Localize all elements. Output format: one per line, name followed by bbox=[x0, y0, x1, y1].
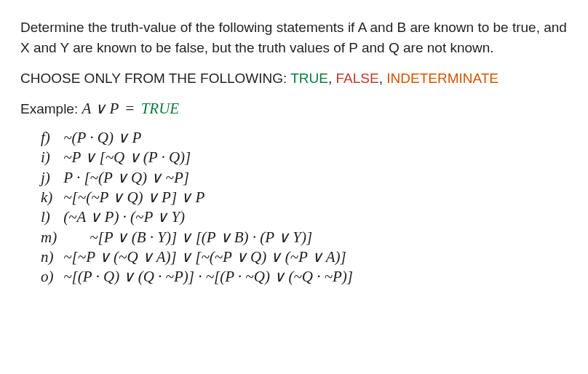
item-l-label: l) bbox=[41, 207, 60, 227]
item-l: l) (~A ∨ P) · (~P ∨ Y) bbox=[41, 207, 568, 227]
item-f: f) ~(P · Q) ∨ P bbox=[41, 128, 568, 148]
items-list: f) ~(P · Q) ∨ P i) ~P ∨ [~Q ∨ (P · Q)] j… bbox=[20, 128, 568, 287]
item-n-label: n) bbox=[41, 247, 60, 267]
item-o: o) ~[(P · Q) ∨ (Q · ~P)] · ~[(P · ~Q) ∨ … bbox=[41, 267, 568, 287]
sep1: , bbox=[328, 71, 336, 86]
example-equals: = bbox=[123, 100, 138, 117]
item-k: k) ~[~(~P ∨ Q) ∨ P] ∨ P bbox=[41, 188, 568, 207]
item-f-formula: ~(P · Q) ∨ P bbox=[63, 129, 141, 146]
choice-false: FALSE bbox=[336, 71, 379, 86]
item-j: j) P · [~(P ∨ Q) ∨ ~P] bbox=[41, 168, 568, 188]
sep2: , bbox=[379, 71, 387, 86]
item-k-label: k) bbox=[41, 188, 60, 207]
choose-line: CHOOSE ONLY FROM THE FOLLOWING: TRUE, FA… bbox=[20, 71, 568, 87]
choice-indeterminate: INDETERMINATE bbox=[386, 71, 498, 86]
choose-prefix: CHOOSE ONLY FROM THE FOLLOWING: bbox=[20, 71, 290, 86]
item-l-formula: (~A ∨ P) · (~P ∨ Y) bbox=[63, 208, 185, 226]
item-o-label: o) bbox=[41, 267, 60, 287]
item-m: m) ~[P ∨ (B · Y)] ∨ [(P ∨ B) · (P ∨ Y)] bbox=[41, 228, 568, 247]
item-j-formula: P · [~(P ∨ Q) ∨ ~P] bbox=[63, 169, 189, 186]
item-m-formula: ~[P ∨ (B · Y)] ∨ [(P ∨ B) · (P ∨ Y)] bbox=[63, 228, 312, 246]
item-f-label: f) bbox=[41, 128, 60, 148]
item-m-label: m) bbox=[41, 228, 60, 247]
item-n: n) ~[~P ∨ (~Q ∨ A)] ∨ [~(~P ∨ Q) ∨ (~P ∨… bbox=[41, 247, 568, 267]
item-i-formula: ~P ∨ [~Q ∨ (P · Q)] bbox=[63, 148, 191, 166]
choice-true: TRUE bbox=[290, 71, 328, 86]
example-formula: A ∨ P bbox=[82, 100, 119, 117]
item-i: i) ~P ∨ [~Q ∨ (P · Q)] bbox=[41, 148, 568, 167]
intro-text: Determine the truth-value of the followi… bbox=[20, 17, 568, 57]
item-i-label: i) bbox=[41, 148, 60, 167]
item-o-formula: ~[(P · Q) ∨ (Q · ~P)] · ~[(P · ~Q) ∨ (~Q… bbox=[63, 268, 353, 285]
item-k-formula: ~[~(~P ∨ Q) ∨ P] ∨ P bbox=[63, 188, 204, 206]
example-line: Example: A ∨ P = TRUE bbox=[20, 100, 568, 118]
item-n-formula: ~[~P ∨ (~Q ∨ A)] ∨ [~(~P ∨ Q) ∨ (~P ∨ A)… bbox=[63, 248, 346, 266]
example-prefix: Example: bbox=[20, 101, 82, 116]
example-answer: TRUE bbox=[141, 100, 180, 117]
item-j-label: j) bbox=[41, 168, 60, 188]
